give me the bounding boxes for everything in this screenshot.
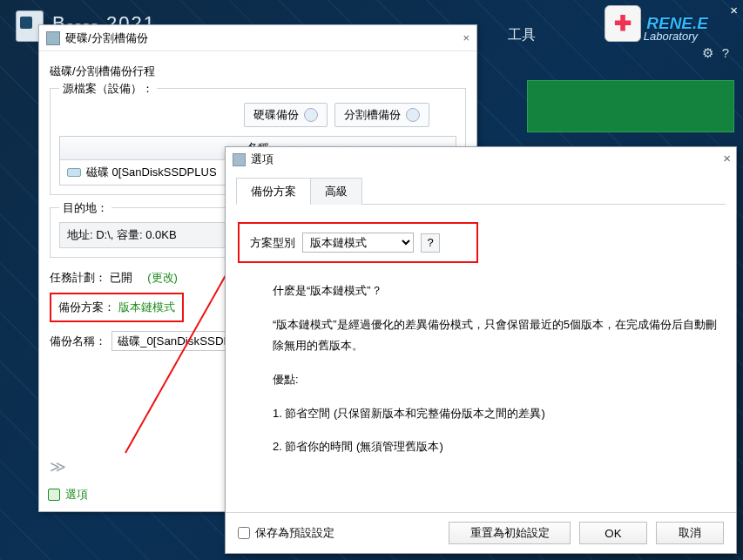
options-titlebar[interactable]: 選項 <box>226 147 736 172</box>
options-footer: 保存為預設設定 重置為初始設定 OK 取消 <box>226 512 736 553</box>
save-default-label: 保存為預設設定 <box>255 525 334 541</box>
scheme-type-highlight: 方案型別 版本鏈模式 ? <box>238 222 478 263</box>
gear-icon[interactable]: ⚙ <box>702 45 713 61</box>
desc-question: 什麽是“版本鏈模式”？ <box>273 280 724 302</box>
task-status: 已開 <box>110 271 132 284</box>
tab-backup-scheme[interactable]: 備份方案 <box>236 178 311 205</box>
section-title: 磁碟/分割槽備份行程 <box>50 64 466 79</box>
close-icon[interactable]: × <box>730 3 738 17</box>
options-dialog-icon <box>233 153 246 166</box>
options-dialog: 選項 × 備份方案 高級 方案型別 版本鏈模式 ? 什麽是“版本鏈模式”？ “版… <box>225 146 737 554</box>
source-label: 源檔案（設備）： <box>59 81 157 97</box>
scheme-label: 備份方案： <box>58 300 115 314</box>
description-block: 什麽是“版本鏈模式”？ “版本鏈模式”是經過優化的差異備份模式，只會保留最近的5… <box>273 280 724 458</box>
adv-title: 優點: <box>273 369 724 391</box>
dest-label: 目的地： <box>59 200 111 216</box>
disk-name: 磁碟 0[SanDiskSSDPLUS <box>86 165 217 180</box>
scheme-type-select[interactable]: 版本鏈模式 <box>302 233 414 253</box>
reset-button[interactable]: 重置為初始設定 <box>449 522 571 544</box>
partition-backup-tab[interactable]: 分割槽備份 <box>334 103 429 127</box>
adv-1: 1. 節省空間 (只保留新版本和完整備份版本之間的差異) <box>273 403 724 425</box>
task-change-link[interactable]: (更改) <box>147 271 178 284</box>
ok-button[interactable]: OK <box>579 522 647 544</box>
partition-icon <box>406 108 420 122</box>
expand-icon[interactable]: ≫ <box>50 457 66 476</box>
scheme-highlight: 備份方案： 版本鏈模式 <box>50 293 184 322</box>
volume-icon <box>67 168 81 177</box>
options-link[interactable]: 選項 <box>48 487 88 503</box>
disk-icon <box>304 108 318 122</box>
backup-name-label: 備份名稱： <box>50 334 106 349</box>
options-icon <box>48 489 60 501</box>
options-tabs: 備份方案 高級 <box>236 177 726 205</box>
cancel-button[interactable]: 取消 <box>656 522 724 544</box>
dialog-title: 硬碟/分割槽備份 <box>65 30 148 46</box>
task-label: 任務計劃： <box>50 271 106 284</box>
desc-text: “版本鏈模式”是經過優化的差異備份模式，只會保留最近的5個版本，在完成備份后自動… <box>273 314 724 357</box>
scheme-type-label: 方案型別 <box>250 235 295 251</box>
disk-backup-tab[interactable]: 硬碟備份 <box>244 103 328 127</box>
adv-2: 2. 節省你的時間 (無須管理舊版本) <box>273 436 724 458</box>
dialog-icon <box>46 31 60 45</box>
scheme-value[interactable]: 版本鏈模式 <box>118 300 175 314</box>
menu-tools[interactable]: 工具 <box>508 26 536 44</box>
green-panel <box>527 80 734 132</box>
tab-advanced[interactable]: 高級 <box>310 178 362 205</box>
close-icon[interactable]: × <box>463 31 469 44</box>
close-icon[interactable]: × <box>723 151 731 165</box>
dialog-titlebar[interactable]: 硬碟/分割槽備份 × <box>39 25 476 51</box>
save-default-input[interactable] <box>238 527 250 539</box>
help-icon[interactable]: ? <box>722 45 729 61</box>
help-button[interactable]: ? <box>421 233 440 253</box>
save-default-checkbox[interactable]: 保存為預設設定 <box>238 525 334 541</box>
options-title: 選項 <box>251 152 274 167</box>
